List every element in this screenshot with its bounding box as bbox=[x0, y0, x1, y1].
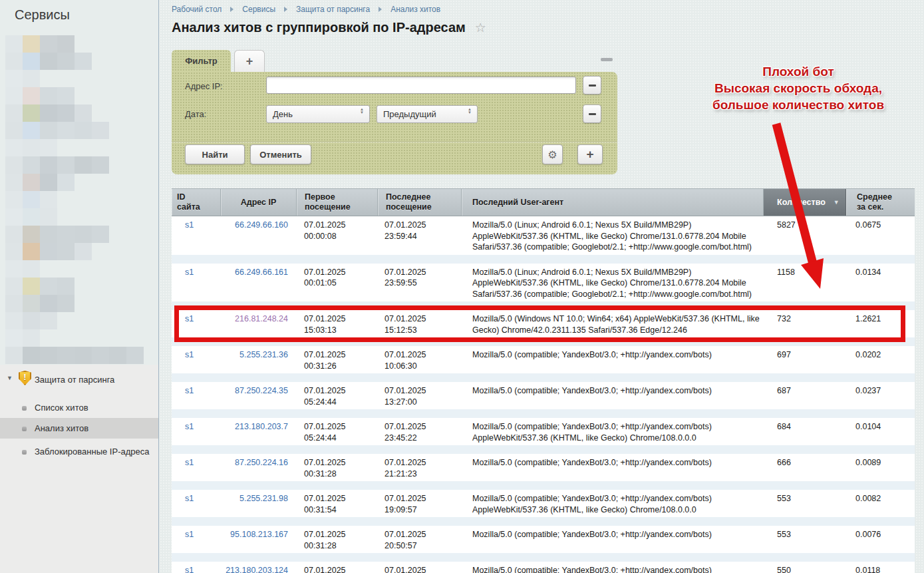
breadcrumb-item[interactable]: Анализ хитов bbox=[390, 5, 440, 14]
site-id-link[interactable]: s1 bbox=[185, 350, 194, 359]
column-header-2[interactable]: Первое посещение bbox=[297, 189, 378, 216]
censored-pixel bbox=[5, 70, 23, 87]
ip-address-input[interactable] bbox=[266, 77, 576, 94]
site-id-link[interactable]: s1 bbox=[185, 422, 194, 431]
column-header-4[interactable]: Последний User-агент bbox=[462, 189, 764, 216]
site-id-link[interactable]: s1 bbox=[185, 314, 194, 323]
cell-first-visit: 07.01.202500:01:05 bbox=[297, 267, 378, 300]
ip-address-link[interactable]: 87.250.224.16 bbox=[235, 458, 288, 467]
cell-avg-per-sec: 1.2621 bbox=[846, 313, 915, 335]
censored-pixel bbox=[40, 104, 57, 122]
sort-desc-icon: ▼ bbox=[834, 198, 840, 208]
cell-avg-per-sec: 0.0202 bbox=[846, 349, 915, 371]
table-row[interactable]: s187.250.224.3507.01.202505:24:4407.01.2… bbox=[172, 382, 915, 418]
find-button[interactable]: Найти bbox=[185, 144, 245, 164]
sidebar-item-hit-analysis[interactable]: Анализ хитов bbox=[0, 418, 158, 439]
remove-date-filter-button[interactable] bbox=[583, 104, 601, 123]
cancel-button[interactable]: Отменить bbox=[250, 144, 311, 164]
column-header-6[interactable]: Среднее за сек. bbox=[846, 189, 915, 216]
censored-pixel bbox=[40, 53, 57, 70]
table-row[interactable]: s166.249.66.16007.01.202500:00:0807.01.2… bbox=[172, 216, 915, 264]
collapse-filter-button[interactable] bbox=[601, 58, 613, 61]
ip-address-link[interactable]: 5.255.231.98 bbox=[239, 494, 288, 503]
site-id-link[interactable]: s1 bbox=[185, 220, 194, 230]
cell-user-agent: Mozilla/5.0 (Linux; Android 6.0.1; Nexus… bbox=[462, 267, 764, 300]
sidebar-item-blocked-ips[interactable]: Заблокированные IP-адреса bbox=[0, 441, 158, 462]
settings-gear-button[interactable]: ⚙ bbox=[542, 144, 563, 164]
ip-address-link[interactable]: 95.108.213.167 bbox=[230, 530, 288, 539]
censored-pixel bbox=[23, 278, 40, 295]
censored-pixel bbox=[23, 243, 40, 260]
favorite-star-icon[interactable]: ☆ bbox=[475, 21, 486, 35]
tab-filter[interactable]: Фильтр bbox=[172, 50, 231, 72]
cell-last-visit: 07.01.2025 bbox=[378, 565, 462, 573]
site-id-link[interactable]: s1 bbox=[185, 386, 194, 395]
cell-ip-address: 213.180.203.124 bbox=[221, 565, 297, 573]
ip-address-link[interactable]: 87.250.224.35 bbox=[235, 386, 288, 395]
add-filter-tab-button[interactable]: + bbox=[234, 50, 265, 72]
cell-user-agent: Mozilla/5.0 (compatible; YandexBot/3.0; … bbox=[462, 421, 764, 443]
sidebar-item-parsing-protection[interactable]: ▼ ! Защита от парсинга bbox=[0, 369, 158, 390]
censored-pixel bbox=[75, 122, 92, 139]
sidebar-item-hit-list[interactable]: Список хитов bbox=[0, 397, 158, 418]
table-row[interactable]: s187.250.224.1607.01.202500:31:2807.01.2… bbox=[172, 454, 915, 490]
table-row[interactable]: s1213.180.203.707.01.202505:24:4407.01.2… bbox=[172, 418, 915, 454]
ip-address-link[interactable]: 66.249.66.161 bbox=[235, 268, 288, 277]
cell-first-visit: 07.01.202500:00:08 bbox=[297, 220, 378, 253]
censored-pixel bbox=[92, 347, 109, 364]
censored-pixel bbox=[57, 35, 75, 53]
ip-address-link[interactable]: 66.249.66.160 bbox=[235, 220, 288, 230]
censored-pixel bbox=[126, 347, 144, 364]
sidebar-title: Сервисы bbox=[15, 7, 70, 23]
censored-pixel bbox=[5, 329, 23, 347]
censored-pixel bbox=[23, 70, 40, 87]
table-row[interactable]: s15.255.231.3607.01.202500:31:2607.01.20… bbox=[172, 346, 915, 382]
cell-last-visit: 07.01.202523:45:22 bbox=[378, 421, 462, 443]
cell-ip-address: 87.250.224.35 bbox=[221, 385, 297, 407]
hits-table: ID сайтаАдрес IPПервое посещениеПоследне… bbox=[172, 188, 915, 573]
ip-address-link[interactable]: 213.180.203.7 bbox=[235, 422, 288, 431]
site-id-link[interactable]: s1 bbox=[185, 566, 194, 573]
censored-block bbox=[5, 347, 144, 364]
breadcrumb-item[interactable]: Защита от парсинга bbox=[296, 5, 370, 14]
cell-site-id: s1 bbox=[172, 385, 221, 407]
table-row[interactable]: s1216.81.248.2407.01.202515:03:1307.01.2… bbox=[172, 310, 915, 346]
table-row[interactable]: s15.255.231.9807.01.202500:31:5407.01.20… bbox=[172, 490, 915, 526]
breadcrumb-item[interactable]: Рабочий стол bbox=[172, 5, 222, 14]
column-header-3[interactable]: Последнее посещение bbox=[378, 189, 462, 216]
column-header-5[interactable]: Количество▼ bbox=[764, 189, 846, 216]
censored-pixel bbox=[40, 243, 57, 260]
cell-user-agent: Mozilla/5.0 (compatible; YandexBot/3.0; … bbox=[462, 493, 764, 515]
remove-ip-filter-button[interactable] bbox=[583, 76, 601, 95]
censored-block bbox=[5, 208, 57, 226]
censored-pixel bbox=[92, 122, 109, 139]
ip-address-link[interactable]: 216.81.248.24 bbox=[235, 314, 288, 323]
site-id-link[interactable]: s1 bbox=[185, 530, 194, 539]
breadcrumb-item[interactable]: Сервисы bbox=[242, 5, 275, 14]
add-condition-button[interactable]: + bbox=[577, 144, 603, 164]
site-id-link[interactable]: s1 bbox=[185, 268, 194, 277]
expand-triangle-icon: ▼ bbox=[7, 375, 13, 381]
censored-pixel bbox=[40, 156, 57, 174]
breadcrumb-arrow-icon bbox=[379, 7, 382, 12]
column-header-0[interactable]: ID сайта bbox=[172, 189, 221, 216]
cell-site-id: s1 bbox=[172, 313, 221, 335]
date-period-select[interactable]: День ▲▼ bbox=[266, 105, 370, 123]
ip-address-link[interactable]: 213.180.203.124 bbox=[226, 566, 288, 573]
site-id-link[interactable]: s1 bbox=[185, 494, 194, 503]
column-header-1[interactable]: Адрес IP bbox=[221, 189, 297, 216]
site-id-link[interactable]: s1 bbox=[185, 458, 194, 467]
ip-address-link[interactable]: 5.255.231.36 bbox=[239, 350, 288, 359]
table-row[interactable]: s166.249.66.16107.01.202500:01:0507.01.2… bbox=[172, 264, 915, 311]
date-relative-select[interactable]: Предыдущий ▲▼ bbox=[377, 105, 478, 123]
sidebar-item-label: Анализ хитов bbox=[35, 423, 88, 433]
bullet-icon bbox=[22, 450, 27, 455]
cell-count: 666 bbox=[764, 457, 846, 479]
annotation-line: Плохой бот bbox=[679, 63, 918, 80]
cell-last-visit: 07.01.202523:59:55 bbox=[378, 267, 462, 300]
table-row[interactable]: s1213.180.203.12407.01.202507.01.2025Moz… bbox=[172, 562, 915, 573]
censored-pixel bbox=[40, 174, 57, 191]
table-row[interactable]: s195.108.213.16707.01.202500:31:2807.01.… bbox=[172, 526, 915, 562]
censored-pixel bbox=[23, 87, 40, 104]
cell-first-visit: 07.01.202515:03:13 bbox=[297, 313, 378, 335]
